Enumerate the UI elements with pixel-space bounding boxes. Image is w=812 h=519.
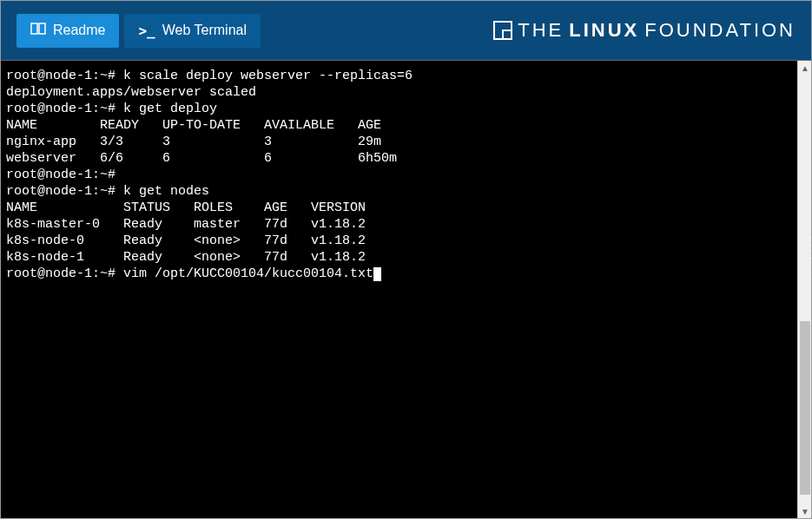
- logo-linux: LINUX: [569, 19, 639, 42]
- logo-icon: [493, 21, 512, 40]
- scroll-thumb[interactable]: [800, 321, 810, 495]
- tab-readme[interactable]: Readme: [17, 14, 119, 48]
- app-window: Readme >_ Web Terminal THELINUXFOUNDATIO…: [0, 0, 812, 519]
- tab-group: Readme >_ Web Terminal: [17, 14, 261, 48]
- tab-web-terminal[interactable]: >_ Web Terminal: [124, 14, 261, 48]
- logo-foundation: FOUNDATION: [644, 19, 795, 42]
- prompt-icon: >_: [138, 23, 155, 39]
- header-bar: Readme >_ Web Terminal THELINUXFOUNDATIO…: [1, 1, 811, 60]
- tab-readme-label: Readme: [53, 23, 105, 38]
- scroll-up-icon[interactable]: ▲: [798, 61, 812, 75]
- svg-rect-1: [503, 30, 512, 39]
- terminal-output[interactable]: root@node-1:~# k scale deploy webserver …: [1, 61, 797, 518]
- scroll-down-icon[interactable]: ▼: [798, 504, 812, 518]
- tab-terminal-label: Web Terminal: [162, 23, 247, 38]
- logo-the: THE: [518, 19, 564, 42]
- terminal-container: root@node-1:~# k scale deploy webserver …: [1, 60, 811, 518]
- scrollbar[interactable]: ▲ ▼: [797, 61, 811, 518]
- book-icon: [30, 23, 46, 38]
- cursor: [373, 267, 381, 281]
- logo: THELINUXFOUNDATION: [493, 19, 795, 42]
